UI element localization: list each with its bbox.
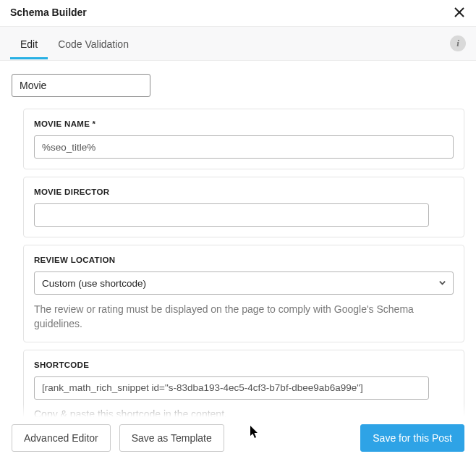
info-icon[interactable]: i [450,35,466,51]
schema-name-input[interactable] [12,74,150,97]
field-review-location: REVIEW LOCATION The review or rating mus… [23,245,464,342]
review-location-label: REVIEW LOCATION [34,256,454,264]
field-movie-name: MOVIE NAME * [23,109,464,169]
save-as-template-button[interactable]: Save as Template [119,424,224,452]
movie-name-label: MOVIE NAME * [34,119,454,128]
content-area: MOVIE NAME * MOVIE DIRECTOR REVIEW LOCAT… [0,61,476,417]
field-shortcode: SHORTCODE Copy & paste this shortcode in… [23,350,464,417]
movie-name-input[interactable] [34,135,454,159]
review-location-select[interactable] [34,271,454,295]
footer-bar: Advanced Editor Save as Template Save fo… [0,417,476,459]
advanced-editor-button[interactable]: Advanced Editor [12,424,111,452]
shortcode-help: Copy & paste this shortcode in the conte… [34,407,454,417]
field-movie-director: MOVIE DIRECTOR [23,177,464,237]
modal-title: Schema Builder [10,7,87,18]
review-location-help: The review or rating must be displayed o… [34,302,454,332]
movie-director-input[interactable] [34,203,429,227]
close-button[interactable] [453,6,466,19]
shortcode-label: SHORTCODE [34,361,454,369]
movie-director-label: MOVIE DIRECTOR [34,188,454,196]
tab-bar: Edit Code Validation i [0,26,476,61]
shortcode-input[interactable] [34,376,429,400]
close-icon [454,7,465,18]
tab-edit[interactable]: Edit [10,28,48,59]
tab-code-validation[interactable]: Code Validation [48,28,139,59]
save-for-post-button[interactable]: Save for this Post [360,424,464,452]
modal-header: Schema Builder [0,0,476,20]
review-location-select-wrap [34,271,454,295]
